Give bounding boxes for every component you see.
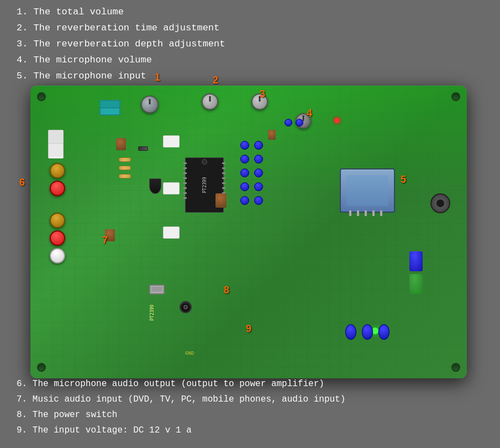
bottom-list-item-7: 7. Music audio input (DVD, TV, PC, mobil…	[17, 392, 345, 407]
cap-blue-10	[254, 196, 263, 205]
cap-blue-large-2	[362, 324, 373, 340]
cap-brown-4	[268, 130, 276, 140]
jack-socket-mic	[430, 193, 450, 213]
cap-large-group	[409, 251, 423, 297]
top-list-item-4: 4. The microphone volume	[17, 52, 225, 68]
transistor	[149, 178, 161, 194]
terminal-teal	[99, 100, 120, 115]
cap-brown-1	[116, 138, 126, 150]
relay-box	[340, 168, 395, 213]
cap-blue-4	[254, 155, 263, 164]
board-num-3: 3	[260, 88, 265, 100]
diode-1	[138, 146, 148, 151]
top-list-item-1: 1. The total volume	[17, 4, 225, 20]
screw-hole-tl	[37, 92, 46, 101]
terminal-block-1	[48, 130, 64, 159]
cap-blue-large-1	[345, 324, 356, 340]
cap-blue-8	[254, 182, 263, 191]
cap-small-1	[285, 119, 292, 127]
board-num-4: 4	[307, 108, 312, 119]
cap-small-2	[296, 119, 303, 127]
knob-reverb-time	[202, 93, 218, 110]
board-num-9: 9	[246, 323, 251, 335]
board-num-5: 5	[401, 174, 406, 186]
cap-brown-2	[215, 193, 227, 208]
terminal-white-1	[163, 135, 180, 147]
board-num-7: 7	[102, 235, 108, 246]
resistor-2	[119, 166, 131, 170]
bottom-description-list: 6. The microphone audio output (output t…	[17, 376, 345, 438]
resistor-3	[119, 174, 131, 178]
top-list-item-5: 5. The microphone input	[17, 68, 225, 85]
board-num-6: 6	[19, 177, 25, 188]
chip-label: PT2399	[202, 177, 207, 193]
led-red	[334, 118, 340, 123]
knob-total-volume	[141, 96, 159, 113]
pcb-board-container: PT2399	[30, 86, 467, 378]
resistor-1	[119, 157, 131, 162]
gnd-label: GND	[185, 351, 194, 356]
bottom-list-item-8: 8. The power switch	[17, 407, 345, 423]
top-list-item-2: 2. The reverberation time adjustment	[17, 20, 225, 36]
cap-blue-6	[254, 168, 263, 177]
power-connector	[180, 301, 192, 313]
bottom-list-item-6: 6. The microphone audio output (output t…	[17, 376, 345, 392]
top-description-list: 1. The total volume 2. The reverberation…	[17, 4, 225, 84]
cap-blue-9	[240, 196, 249, 205]
bottom-list-item-9: 9. The input voltage: DC 12 v 1 a	[17, 423, 345, 438]
rca-input-group	[50, 213, 65, 263]
cap-blue-large-3	[378, 324, 390, 340]
top-list-item-3: 3. The reverberation depth adjustment	[17, 36, 225, 52]
board-highlight	[30, 86, 467, 185]
screw-hole-br	[451, 363, 460, 372]
board-text-id: PT2399	[150, 305, 155, 321]
cap-blue-3	[240, 155, 249, 164]
board-num-8: 8	[224, 284, 229, 296]
cap-blue-1	[240, 141, 249, 150]
terminal-white-2	[163, 182, 180, 194]
cap-blue-7	[240, 182, 249, 191]
cap-blue-5	[240, 168, 249, 177]
screw-hole-tr	[451, 92, 460, 101]
screw-hole-bl	[37, 363, 46, 372]
terminal-white-3	[163, 226, 180, 239]
cap-blue-2	[254, 141, 263, 150]
rca-output-group	[50, 163, 65, 198]
usb-port	[149, 284, 165, 294]
